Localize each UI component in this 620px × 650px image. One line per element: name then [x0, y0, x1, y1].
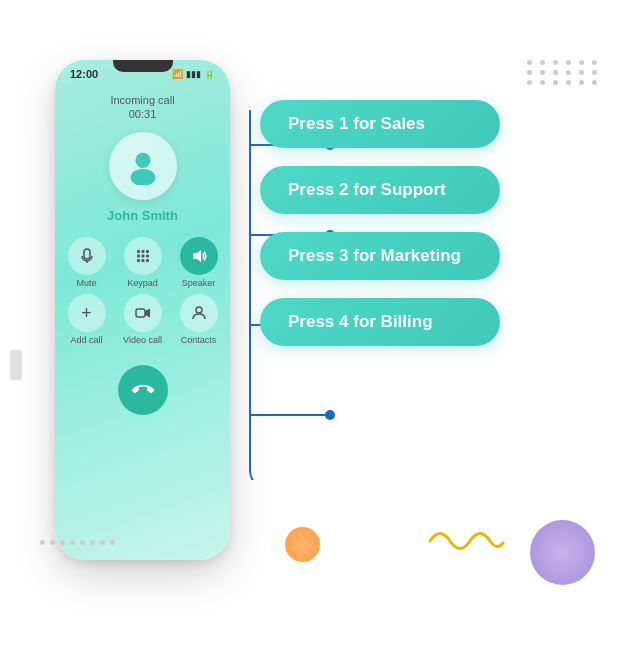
svg-rect-3: [137, 250, 140, 253]
mute-icon-circle: [68, 237, 106, 275]
svg-rect-9: [137, 259, 140, 262]
contacts-label: Contacts: [181, 335, 217, 345]
keypad-label: Keypad: [127, 278, 158, 288]
svg-rect-4: [141, 250, 144, 253]
videocall-button[interactable]: Video call: [118, 294, 168, 345]
videocall-label: Video call: [123, 335, 162, 345]
svg-point-1: [130, 169, 155, 185]
menu-option-2[interactable]: Press 2 for Support: [260, 166, 500, 214]
call-buttons-grid: Mute Keypad: [62, 237, 224, 345]
purple-decoration: [530, 520, 595, 585]
orange-decoration: [285, 527, 320, 562]
main-container: 12:00 📶 ▮▮▮ 🔋 Incoming call 00:31 John S…: [0, 0, 620, 650]
contacts-button[interactable]: Contacts: [174, 294, 224, 345]
svg-rect-8: [146, 255, 149, 258]
keypad-button[interactable]: Keypad: [118, 237, 168, 288]
svg-rect-10: [141, 259, 144, 262]
squiggle-decoration: [425, 521, 505, 555]
contacts-icon-circle: [180, 294, 218, 332]
mute-label: Mute: [76, 278, 96, 288]
svg-rect-7: [141, 255, 144, 258]
svg-point-15: [196, 307, 202, 313]
svg-marker-14: [145, 309, 150, 318]
decorative-rect-left: [10, 350, 22, 380]
avatar-icon: [124, 147, 162, 185]
menu-option-1[interactable]: Press 1 for Sales: [260, 100, 500, 148]
menu-panel: Press 1 for Sales Press 2 for Support Pr…: [260, 100, 500, 346]
svg-rect-5: [146, 250, 149, 253]
call-info: Incoming call 00:31: [110, 94, 174, 120]
svg-point-24: [325, 410, 335, 420]
addcall-button[interactable]: + Add call: [62, 294, 112, 345]
incoming-label: Incoming call: [110, 94, 174, 106]
svg-rect-13: [136, 309, 145, 317]
mute-button[interactable]: Mute: [62, 237, 112, 288]
avatar: [109, 132, 177, 200]
battery-icon: 🔋: [204, 69, 215, 79]
svg-marker-12: [193, 250, 201, 262]
decorative-dots-bottom: [40, 540, 115, 545]
keypad-icon-circle: [124, 237, 162, 275]
end-call-button[interactable]: [107, 355, 178, 426]
signal-icon: ▮▮▮: [186, 69, 201, 79]
status-icons: 📶 ▮▮▮ 🔋: [172, 69, 215, 79]
speaker-label: Speaker: [182, 278, 216, 288]
status-time: 12:00: [70, 68, 98, 80]
svg-rect-11: [146, 259, 149, 262]
decorative-dots-top: [527, 60, 600, 85]
wifi-icon: 📶: [172, 69, 183, 79]
addcall-label: Add call: [70, 335, 102, 345]
speaker-button[interactable]: Speaker: [174, 237, 224, 288]
caller-name: John Smith: [107, 208, 178, 223]
menu-option-3[interactable]: Press 3 for Marketing: [260, 232, 500, 280]
phone-notch: [113, 60, 173, 72]
menu-option-4[interactable]: Press 4 for Billing: [260, 298, 500, 346]
svg-rect-6: [137, 255, 140, 258]
speaker-icon-circle: [180, 237, 218, 275]
videocall-icon-circle: [124, 294, 162, 332]
call-timer: 00:31: [110, 108, 174, 120]
phone-mockup: 12:00 📶 ▮▮▮ 🔋 Incoming call 00:31 John S…: [55, 60, 230, 560]
svg-point-0: [135, 153, 150, 168]
addcall-icon-circle: +: [68, 294, 106, 332]
